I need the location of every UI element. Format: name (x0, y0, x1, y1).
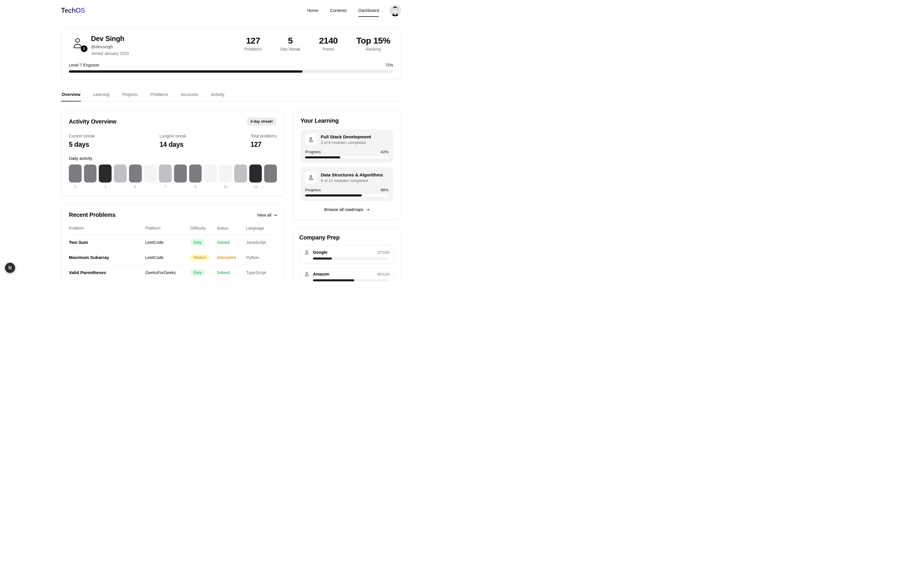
activity-bar-label (84, 185, 97, 189)
table-row[interactable]: Two Sum LeetCode Easy Solved JavaScript (69, 235, 277, 250)
tab-accounts[interactable]: Accounts (180, 92, 199, 101)
activity-bar (99, 164, 112, 183)
activity-bar (219, 164, 232, 183)
activity-bar (69, 164, 82, 183)
company-name: Amazon (313, 272, 329, 276)
difficulty-badge: Easy (190, 269, 205, 276)
view-all-link[interactable]: View all → (257, 213, 277, 217)
arrow-right-icon: → (273, 213, 277, 217)
profile-joined: Joined January 2023 (91, 51, 129, 56)
language: Python (246, 255, 277, 260)
recent-problems-card: Recent Problems View all → Problem Platf… (61, 204, 285, 282)
activity-bar (249, 164, 262, 183)
company-item-amazon[interactable]: Amazon 65/120 (299, 267, 394, 282)
main-column: Activity Overview 5-day streak! Current … (61, 110, 285, 282)
course-name: Full Stack Development (321, 134, 371, 140)
level-badge: 7 (81, 45, 87, 52)
company-count: 65/120 (378, 272, 389, 276)
stat-value: Top 15% (356, 36, 390, 46)
activity-bar-label (264, 185, 277, 189)
course-name: Data Structures & Algorithms (321, 172, 383, 177)
learning-item-dsa[interactable]: Data Structures & Algorithms 8 of 12 mod… (300, 167, 393, 201)
your-learning-title: Your Learning (300, 117, 393, 124)
company-progress-fill (313, 279, 354, 281)
nav-item-home[interactable]: Home (307, 6, 318, 15)
tab-activity[interactable]: Activity (210, 92, 225, 101)
table-row[interactable]: Maximum Subarray LeetCode Medium Attempt… (69, 250, 277, 265)
platform: LeetCode (145, 240, 190, 245)
course-icon-tile (305, 134, 317, 145)
platform: GeeksForGeeks (145, 270, 190, 275)
daily-activity-label: Daily activity (69, 156, 277, 161)
nav-item-contests[interactable]: Contests (330, 6, 346, 15)
activity-bar (189, 164, 202, 183)
profile-name: Dev Singh (91, 35, 129, 43)
person-icon (304, 249, 309, 255)
stat-label: Points (319, 47, 338, 51)
learning-item-full-stack[interactable]: Full Stack Development 3 of 8 modules co… (300, 129, 393, 163)
activity-bar-label (114, 185, 127, 189)
table-row[interactable]: Valid Parentheses GeeksForGeeks Easy Sol… (69, 265, 277, 280)
table-row[interactable]: Merge Two Sorted Lists CodeForces Easy S… (69, 280, 277, 282)
company-progress-track (313, 257, 389, 260)
company-count: 37/150 (378, 250, 389, 255)
course-icon-tile (305, 172, 317, 183)
activity-bar (144, 164, 157, 183)
col-platform: Platform (145, 226, 190, 230)
level-label: Level 7 Engineer (69, 63, 99, 68)
stat-day-streak: 5 Day Streak (280, 36, 300, 51)
stat-points: 2140 Points (319, 36, 338, 51)
nav-item-dashboard[interactable]: Dashboard (358, 6, 379, 15)
main-nav: Home Contests Dashboard (307, 6, 379, 15)
user-avatar[interactable] (389, 5, 401, 16)
activity-bar-label: 3 (99, 185, 112, 189)
col-language: Language (246, 226, 277, 230)
your-learning-card: Your Learning Full Stack Developme (292, 110, 401, 220)
company-item-google[interactable]: Google 37/150 (299, 246, 394, 264)
total-problems-stat: Total problems 127 (250, 134, 277, 149)
stat-label: Day Streak (280, 47, 300, 51)
problem-name: Two Sum (69, 240, 145, 245)
stat-label: Problems (244, 47, 261, 51)
col-problem: Problem (69, 226, 145, 230)
longest-streak-stat: Longest streak 14 days (159, 134, 186, 149)
activity-bar-label: 1 (69, 185, 82, 189)
stat-value: 5 days (69, 141, 138, 149)
stat-value: 14 days (159, 141, 186, 149)
tab-learning[interactable]: Learning (93, 92, 110, 101)
profile-stats: 127 Problems 5 Day Streak 2140 Points To… (244, 35, 393, 51)
activity-bar (114, 164, 127, 183)
level-percent: 72% (385, 63, 393, 68)
tab-overview[interactable]: Overview (61, 92, 81, 101)
stat-label: Longest streak (159, 134, 186, 138)
person-icon (308, 137, 314, 143)
daily-activity-labels: 135791113 (69, 185, 277, 189)
stat-label: Total problems (250, 134, 277, 138)
streak-badge: 5-day streak! (246, 117, 277, 126)
dashboard-tabs: Overview Learning Projects Problems Acco… (61, 92, 401, 101)
browse-roadmaps-link[interactable]: Browse all roadmaps → (300, 207, 393, 212)
profile-avatar: 7 (71, 36, 84, 50)
activity-bar-label (144, 185, 157, 189)
activity-overview-card: Activity Overview 5-day streak! Current … (61, 110, 285, 197)
company-name: Google (313, 250, 327, 255)
progress-label: Progress (305, 188, 321, 192)
col-status: Status (217, 226, 246, 230)
person-icon (304, 272, 309, 277)
platform: LeetCode (145, 255, 190, 260)
course-modules: 8 of 12 modules completed (321, 179, 383, 183)
tab-projects[interactable]: Projects (122, 92, 138, 101)
activity-title: Activity Overview (69, 118, 116, 125)
tab-problems[interactable]: Problems (150, 92, 168, 101)
sidebar-column: Your Learning Full Stack Developme (292, 110, 401, 282)
course-modules: 3 of 8 modules completed (321, 140, 371, 145)
activity-bar (129, 164, 142, 183)
activity-bar (204, 164, 217, 183)
col-difficulty: Difficulty (190, 226, 217, 230)
course-progress-track (305, 156, 388, 158)
activity-bar-label: 9 (189, 185, 202, 189)
profile-card: 7 Dev Singh @devsingh Joined January 202… (61, 27, 401, 80)
problem-name: Maximum Subarray (69, 255, 145, 260)
problem-name: Valid Parentheses (69, 270, 145, 275)
dev-tools-button[interactable]: N (5, 263, 15, 273)
